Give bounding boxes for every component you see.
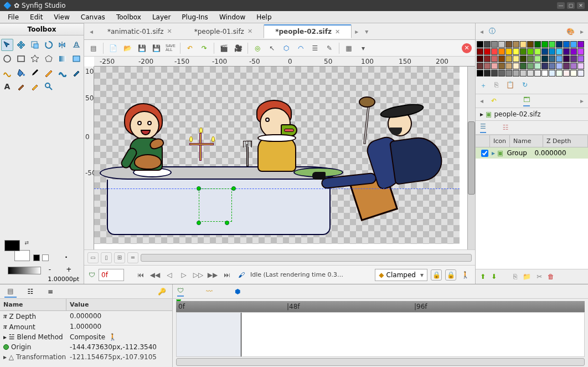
- menu-file[interactable]: File: [2, 13, 24, 21]
- history-back-icon[interactable]: ◂: [480, 97, 483, 105]
- palette-swatch[interactable]: [563, 55, 570, 62]
- interpolation-combo[interactable]: ◆ Clamped: [375, 269, 427, 281]
- palette-swatch[interactable]: [570, 70, 577, 77]
- palette-swatch[interactable]: [534, 48, 541, 55]
- tool-width[interactable]: [56, 67, 69, 79]
- palette-icon[interactable]: 🎨: [566, 28, 575, 35]
- tb-onion2-icon[interactable]: ☰: [309, 42, 321, 54]
- palette-swatch[interactable]: [556, 48, 563, 55]
- menu-canvas[interactable]: Canvas: [75, 13, 111, 21]
- library-tab-icon[interactable]: ≡: [44, 286, 56, 298]
- palette-swatch[interactable]: [577, 41, 584, 48]
- layer-delete-icon[interactable]: 🗑: [548, 273, 554, 281]
- tool-gradient[interactable]: [56, 53, 69, 65]
- canvas-filename[interactable]: people-02.sifz: [494, 110, 540, 118]
- view-toggle-3[interactable]: ⊞: [114, 252, 125, 263]
- palette-swatch[interactable]: [484, 41, 491, 48]
- tool-circle[interactable]: [1, 53, 13, 65]
- palette-copy-icon[interactable]: ⎘: [494, 81, 498, 90]
- palette-swatch[interactable]: [498, 63, 505, 69]
- palette-swatch[interactable]: [484, 48, 491, 55]
- palette-swatch[interactable]: [570, 41, 577, 48]
- palette-swatch[interactable]: [520, 63, 527, 69]
- brush-size-value[interactable]: 1.00000pt: [0, 274, 84, 284]
- tool-text[interactable]: A: [1, 80, 13, 93]
- vertical-scrollbar[interactable]: [467, 67, 475, 249]
- window-close-button[interactable]: ✕: [577, 2, 585, 9]
- palette-swatch[interactable]: [484, 63, 491, 69]
- tb-new-icon[interactable]: 📄: [107, 42, 119, 54]
- tb-undo-icon[interactable]: ↶: [184, 42, 196, 54]
- palette-swatch[interactable]: [570, 55, 577, 62]
- params-tab-icon[interactable]: ▤: [4, 286, 17, 298]
- palette-swatch[interactable]: [498, 55, 505, 62]
- palette-swatch[interactable]: [549, 55, 555, 62]
- shield-icon[interactable]: 🛡: [89, 271, 95, 279]
- tb-saveall-icon[interactable]: SAVEALL: [164, 42, 177, 54]
- close-doc-button[interactable]: ✕: [462, 43, 472, 53]
- palette-add-icon[interactable]: ＋: [480, 81, 487, 90]
- tb-redo-icon[interactable]: ↷: [198, 42, 210, 54]
- tool-sketch[interactable]: [43, 67, 55, 79]
- tool-fill[interactable]: [15, 67, 27, 79]
- palette-swatch[interactable]: [513, 70, 519, 77]
- palette-swatch[interactable]: [484, 55, 491, 62]
- background-color-swatch[interactable]: [14, 250, 30, 261]
- palette-swatch[interactable]: [513, 48, 519, 55]
- handle[interactable]: [231, 186, 236, 191]
- palette-swatch[interactable]: [477, 48, 483, 55]
- palette-swatch[interactable]: [534, 41, 541, 48]
- layers-col-checkbox[interactable]: [476, 135, 490, 147]
- close-tab-icon[interactable]: ✕: [167, 28, 172, 35]
- view-toggle-4[interactable]: =: [127, 252, 138, 263]
- tree-expand-icon[interactable]: ▸: [480, 110, 483, 118]
- palette-swatch[interactable]: [549, 63, 555, 69]
- palette-swatch[interactable]: [477, 55, 483, 62]
- palette-swatch[interactable]: [577, 63, 584, 69]
- palette-swatch[interactable]: [513, 55, 519, 62]
- layer-lower-icon[interactable]: ⬇: [491, 273, 497, 281]
- tool-perspective[interactable]: [70, 39, 82, 51]
- guide-line[interactable]: [94, 188, 460, 189]
- palette-paste-icon[interactable]: 📋: [506, 81, 514, 90]
- palette-swatch[interactable]: [556, 41, 563, 48]
- palette-swatch[interactable]: [477, 70, 483, 77]
- tb-snap-icon[interactable]: ◠: [295, 42, 307, 54]
- palette-swatch[interactable]: [506, 48, 512, 55]
- layers-panel-icon[interactable]: ☰: [480, 123, 486, 133]
- layer-duplicate-icon[interactable]: ⎘: [513, 273, 517, 281]
- layer-expand-icon[interactable]: ▸: [492, 149, 495, 157]
- palette-swatch[interactable]: [527, 63, 534, 69]
- palette-swatch[interactable]: [498, 48, 505, 55]
- layer-group-icon-btn[interactable]: 📁: [523, 273, 531, 281]
- layer-visible-checkbox[interactable]: [481, 150, 488, 157]
- palette-swatch[interactable]: [491, 41, 498, 48]
- palette-swatch[interactable]: [563, 41, 570, 48]
- palette-swatch[interactable]: [577, 70, 584, 77]
- tb-render-icon[interactable]: 🎬: [218, 42, 230, 54]
- close-tab-icon[interactable]: ✕: [247, 28, 252, 35]
- palette-swatch[interactable]: [541, 48, 548, 55]
- palette-swatch[interactable]: [513, 63, 519, 69]
- tool-smooth-move[interactable]: [15, 39, 27, 51]
- palette-swatch[interactable]: [556, 55, 563, 62]
- document-tab-2[interactable]: *people-02.sifz✕: [264, 24, 352, 38]
- tool-eyedropper[interactable]: [29, 67, 41, 79]
- palette-swatch[interactable]: [506, 55, 512, 62]
- animate-mode-icon[interactable]: 🚶: [460, 269, 471, 281]
- keyframes-tab-icon[interactable]: ⬢: [235, 288, 240, 295]
- tool-scale[interactable]: [29, 39, 41, 51]
- palette-swatch[interactable]: [563, 63, 570, 69]
- palette-swatch[interactable]: [541, 55, 548, 62]
- palette-swatch[interactable]: [541, 41, 548, 48]
- info-icon[interactable]: ⓘ: [489, 27, 496, 36]
- timeline-work-area[interactable]: [177, 313, 241, 356]
- param-row[interactable]: ▸ ☱Blend Method Composite🚶: [0, 332, 172, 342]
- tab-nav-left[interactable]: ◂: [86, 28, 96, 35]
- palette-swatch[interactable]: [491, 70, 498, 77]
- palette-swatch[interactable]: [549, 48, 555, 55]
- palette-swatch[interactable]: [570, 63, 577, 69]
- history-undo-icon[interactable]: ↶: [491, 97, 497, 105]
- tool-brush[interactable]: [29, 80, 41, 93]
- tb-menu-icon[interactable]: ▤: [87, 42, 100, 54]
